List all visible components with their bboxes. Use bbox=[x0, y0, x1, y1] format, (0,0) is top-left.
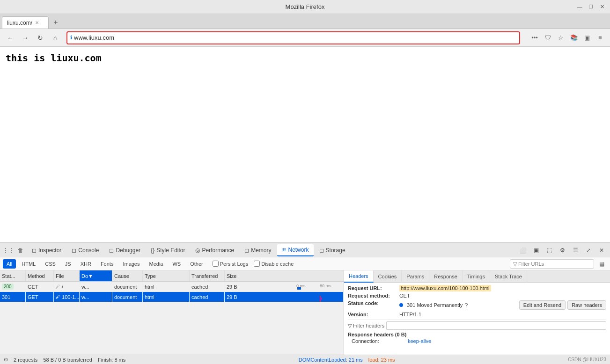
url-bar-wrapper[interactable]: ℹ bbox=[66, 31, 520, 44]
browser-content: this is liuxu.com bbox=[0, 47, 610, 242]
page-text: this is liuxu.com bbox=[6, 52, 102, 64]
filter-options-icon[interactable]: ▤ bbox=[596, 258, 607, 269]
col-transferred[interactable]: Transferred bbox=[190, 270, 225, 281]
filter-url-input[interactable] bbox=[510, 259, 594, 269]
status-bar: ⊙ 2 requests 58 B / 0 B transferred Fini… bbox=[0, 355, 610, 364]
close-devtools-icon[interactable]: ✕ bbox=[596, 245, 607, 256]
tab-console[interactable]: ◻ Console bbox=[67, 244, 103, 256]
devtools-toolbar-right: ⬜ ▣ ⬚ ⚙ ☰ ⤢ ✕ bbox=[517, 245, 607, 256]
info-icon[interactable]: ℹ bbox=[70, 35, 72, 41]
settings-icon[interactable]: ⚙ bbox=[557, 245, 568, 256]
network-table-area: Stat... Method File Do▼ Cause Type Trans… bbox=[0, 270, 610, 355]
maximize-button[interactable]: ☐ bbox=[587, 3, 595, 11]
filter-js-btn[interactable]: JS bbox=[61, 259, 75, 269]
tab-memory[interactable]: ◻ Memory bbox=[240, 244, 276, 256]
cell-method: GET bbox=[26, 282, 54, 291]
version-label: Version: bbox=[348, 312, 399, 317]
col-method[interactable]: Method bbox=[26, 270, 54, 281]
tab-close-button[interactable]: ✕ bbox=[35, 20, 39, 25]
filter-ws-btn[interactable]: WS bbox=[169, 259, 184, 269]
devtools-drag-handle[interactable]: ⋮⋮ bbox=[3, 245, 14, 256]
library-icon[interactable]: 📚 bbox=[568, 32, 580, 44]
inspector-icon: ◻ bbox=[32, 247, 37, 254]
responsive-icon[interactable]: ☰ bbox=[570, 245, 581, 256]
persist-logs-checkbox[interactable]: Persist Logs bbox=[213, 261, 249, 267]
nav-bar: ← → ↻ ⌂ ℹ ••• 🛡 ☆ 📚 ▣ ≡ bbox=[0, 29, 610, 47]
tab-storage[interactable]: ◻ Storage bbox=[315, 244, 350, 256]
filter-media-btn[interactable]: Media bbox=[145, 259, 167, 269]
filter-fonts-btn[interactable]: Fonts bbox=[97, 259, 118, 269]
sidebar-toggle-icon[interactable]: ▣ bbox=[581, 32, 593, 44]
panel-tabs: Headers Cookies Params Response Timings … bbox=[344, 270, 610, 283]
col-status[interactable]: Stat... bbox=[0, 270, 26, 281]
filter-headers-input[interactable] bbox=[386, 321, 606, 330]
table-row[interactable]: 200 GET 🖋 / w... document html cached 29… bbox=[0, 282, 344, 292]
col-size[interactable]: Size bbox=[225, 270, 344, 281]
filter-css-btn[interactable]: CSS bbox=[41, 259, 59, 269]
shield-icon[interactable]: 🛡 bbox=[542, 32, 554, 44]
tab-debugger[interactable]: ◻ Debugger bbox=[104, 244, 145, 256]
tab-network[interactable]: ≋ Network bbox=[277, 244, 314, 256]
forward-button[interactable]: → bbox=[19, 31, 32, 44]
disable-cache-checkbox[interactable]: Disable cache bbox=[254, 261, 294, 267]
popout-icon[interactable]: ⤢ bbox=[583, 245, 594, 256]
filter-all-active-btn[interactable]: All bbox=[3, 259, 16, 269]
url-bar[interactable] bbox=[74, 34, 516, 41]
back-button[interactable]: ← bbox=[4, 31, 17, 44]
panel-tab-stack-trace[interactable]: Stack Trace bbox=[490, 270, 527, 283]
filter-xhr-btn[interactable]: XHR bbox=[77, 259, 95, 269]
home-button[interactable]: ⌂ bbox=[49, 31, 62, 44]
split-view-icon[interactable]: ⬚ bbox=[544, 245, 555, 256]
finish-time: Finish: 8 ms bbox=[98, 357, 125, 363]
status-indicator bbox=[399, 303, 403, 307]
dock-bottom-icon[interactable]: ⬜ bbox=[517, 245, 529, 256]
transferred-size: 58 B / 0 B transferred bbox=[43, 357, 92, 363]
filter-images-btn[interactable]: Images bbox=[119, 259, 143, 269]
performance-icon: ◎ bbox=[195, 247, 200, 254]
request-method-row: Request method: GET bbox=[348, 293, 606, 298]
response-header-connection: Connection: keep-alive bbox=[348, 337, 606, 345]
minimize-button[interactable]: — bbox=[575, 3, 584, 11]
style-editor-icon: {} bbox=[151, 247, 154, 254]
filter-html-btn[interactable]: HTML bbox=[18, 259, 39, 269]
tab-performance[interactable]: ◎ Performance bbox=[191, 244, 239, 256]
close-button[interactable]: ✕ bbox=[598, 3, 606, 11]
cell-type: html bbox=[143, 292, 190, 302]
title-bar: Mozilla Firefox — ☐ ✕ bbox=[0, 0, 610, 14]
status-code-row: Status code: 301 Moved Permanently ? Edi… bbox=[348, 300, 606, 310]
more-options-icon[interactable]: ••• bbox=[529, 32, 541, 44]
panel-tab-params[interactable]: Params bbox=[402, 270, 429, 283]
reload-button[interactable]: ↻ bbox=[34, 31, 47, 44]
divider bbox=[348, 319, 606, 320]
edit-resend-button[interactable]: Edit and Resend bbox=[519, 300, 566, 310]
tab-liuxu[interactable]: liuxu.com/ ✕ bbox=[2, 16, 49, 29]
tab-style-editor[interactable]: {} Style Editor bbox=[146, 244, 190, 256]
col-cause[interactable]: Cause bbox=[112, 270, 143, 281]
dock-side-icon[interactable]: ▣ bbox=[530, 245, 542, 256]
raw-headers-button[interactable]: Raw headers bbox=[567, 300, 606, 310]
col-type[interactable]: Type bbox=[143, 270, 190, 281]
cell-transferred: cached bbox=[190, 292, 225, 302]
status-code-value: 301 Moved Permanently ? Edit and Resend … bbox=[399, 300, 606, 310]
table-row[interactable]: 301 GET 🖋 100-1... w... document html ca… bbox=[0, 292, 344, 302]
cell-status: 301 bbox=[0, 292, 26, 302]
devtools-trash-icon[interactable]: 🗑 bbox=[15, 245, 26, 256]
tab-inspector[interactable]: ◻ Inspector bbox=[27, 244, 66, 256]
cell-file: 🖋 100-1... bbox=[54, 292, 80, 302]
panel-tab-headers[interactable]: Headers bbox=[344, 270, 374, 283]
col-domain[interactable]: Do▼ bbox=[80, 270, 112, 281]
cell-size: 29 B bbox=[225, 292, 344, 302]
col-file[interactable]: File bbox=[54, 270, 80, 281]
status-code-label: Status code: bbox=[348, 300, 399, 306]
cell-file: 🖋 / bbox=[54, 282, 80, 291]
panel-tab-cookies[interactable]: Cookies bbox=[374, 270, 402, 283]
watermark: CSDN @LIUXU23 bbox=[568, 357, 606, 362]
status-help-icon[interactable]: ? bbox=[464, 302, 468, 309]
response-headers-title[interactable]: Response headers (0 B) bbox=[348, 332, 606, 337]
menu-icon[interactable]: ≡ bbox=[594, 32, 606, 44]
panel-tab-timings[interactable]: Timings bbox=[463, 270, 490, 283]
bookmark-icon[interactable]: ☆ bbox=[555, 32, 567, 44]
panel-tab-response[interactable]: Response bbox=[429, 270, 463, 283]
new-tab-button[interactable]: + bbox=[50, 16, 62, 29]
filter-other-btn[interactable]: Other bbox=[186, 259, 207, 269]
